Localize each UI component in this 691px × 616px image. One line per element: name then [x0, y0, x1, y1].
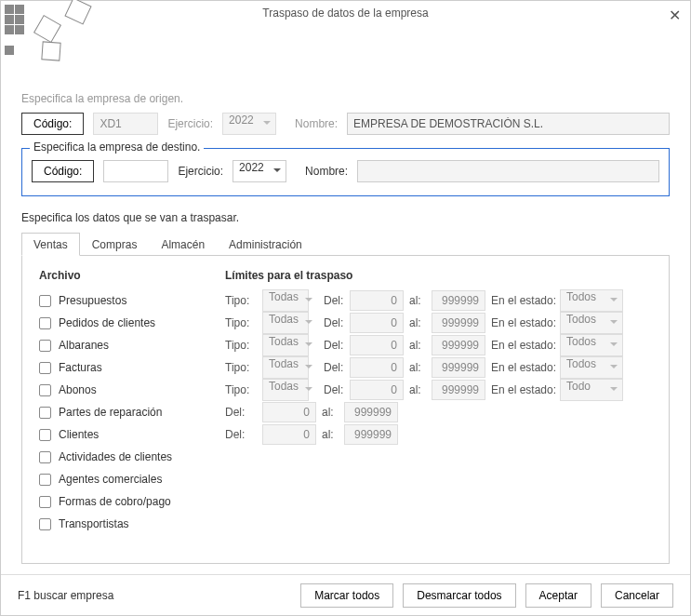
al-label: al:: [404, 316, 432, 329]
chevron-down-icon: [263, 121, 271, 125]
origin-code-input: [93, 113, 158, 135]
al-input: [432, 380, 485, 400]
close-icon[interactable]: ✕: [669, 7, 681, 24]
window-title: Traspaso de datos de la empresa: [1, 7, 690, 20]
chevron-down-icon: [305, 342, 312, 346]
del-input: [350, 380, 404, 400]
del-input: [262, 402, 316, 422]
file-row: AbonosTipo:TodasDel:al:En el estado:Todo: [39, 379, 652, 401]
del-label: Del:: [318, 339, 350, 352]
checkbox[interactable]: [39, 362, 51, 374]
del-input: [350, 335, 404, 355]
estado-label: En el estado:: [485, 294, 560, 307]
del-label: Del:: [225, 428, 262, 441]
al-label: al:: [316, 428, 344, 441]
file-row: Formas de cobro/pago: [39, 490, 652, 513]
dest-ejercicio-select[interactable]: 2022: [233, 160, 286, 182]
al-input: [344, 424, 398, 445]
estado-label: En el estado:: [485, 383, 560, 396]
tipo-select[interactable]: Todas: [262, 356, 318, 379]
file-row: Agentes comerciales: [39, 468, 652, 490]
marcar-todos-button[interactable]: Marcar todos: [300, 583, 393, 608]
tipo-select[interactable]: Todas: [262, 312, 318, 334]
del-input: [350, 313, 404, 333]
limites-header: Límites para el traspaso: [225, 269, 352, 282]
dest-ejercicio-label: Ejercicio:: [178, 165, 223, 178]
al-label: al:: [404, 339, 432, 352]
checkbox[interactable]: [39, 518, 51, 530]
del-input: [262, 424, 316, 445]
al-label: al:: [404, 383, 432, 396]
tipo-label: Tipo:: [225, 294, 262, 307]
tab-ventas[interactable]: Ventas: [21, 233, 80, 256]
dest-nombre-input: [357, 160, 659, 182]
tab-administracion[interactable]: Administración: [217, 233, 314, 256]
estado-select[interactable]: Todos: [560, 334, 623, 356]
tabs-container: Ventas Compras Almacén Administración Ar…: [21, 232, 670, 564]
al-input: [432, 357, 485, 378]
file-label: Actividades de clientes: [59, 450, 172, 463]
desmarcar-todos-button[interactable]: Desmarcar todos: [403, 583, 515, 608]
dest-code-input[interactable]: [103, 160, 168, 182]
checkbox[interactable]: [39, 429, 51, 441]
file-label: Pedidos de clientes: [59, 316, 155, 329]
checkbox[interactable]: [39, 340, 51, 352]
origin-heading: Especifica la empresa de origen.: [21, 92, 670, 105]
title-bar: Traspaso de datos de la empresa ✕: [1, 1, 690, 29]
checkbox[interactable]: [39, 496, 51, 508]
tipo-select[interactable]: Todas: [262, 334, 318, 356]
file-label: Abonos: [59, 383, 97, 396]
file-label: Formas de cobro/pago: [59, 495, 171, 508]
file-row: ClientesDel:al:: [39, 423, 652, 446]
al-input: [432, 335, 485, 355]
chevron-down-icon: [305, 320, 312, 324]
destination-section: Especifica la empresa de destino. Código…: [21, 148, 670, 196]
estado-select[interactable]: Todos: [560, 312, 623, 334]
del-input: [350, 357, 404, 378]
estado-label: En el estado:: [485, 316, 560, 329]
del-label: Del:: [318, 316, 350, 329]
dest-code-button[interactable]: Código:: [32, 160, 94, 182]
checkbox[interactable]: [39, 407, 51, 419]
tabs: Ventas Compras Almacén Administración: [21, 232, 670, 256]
checkbox[interactable]: [39, 317, 51, 329]
dest-nombre-label: Nombre:: [305, 165, 348, 178]
checkbox[interactable]: [39, 474, 51, 486]
aceptar-button[interactable]: Aceptar: [525, 583, 591, 608]
al-input: [432, 290, 485, 311]
origin-nombre-input: [347, 113, 670, 135]
tipo-select[interactable]: Todas: [262, 289, 318, 312]
tipo-select[interactable]: Todas: [262, 379, 318, 401]
file-row: Partes de reparaciónDel:al:: [39, 401, 652, 423]
chevron-down-icon: [305, 387, 312, 391]
file-label: Facturas: [59, 361, 102, 374]
tab-compras[interactable]: Compras: [80, 233, 150, 256]
tipo-label: Tipo:: [225, 383, 262, 396]
origin-nombre-label: Nombre:: [295, 117, 338, 130]
estado-select[interactable]: Todos: [560, 356, 623, 379]
chevron-down-icon: [273, 168, 281, 172]
origin-ejercicio-select: 2022: [222, 113, 276, 135]
cancelar-button[interactable]: Cancelar: [601, 583, 673, 608]
al-label: al:: [404, 361, 432, 374]
chevron-down-icon: [610, 365, 618, 368]
data-heading: Especifica los datos que se van a traspa…: [21, 211, 670, 224]
estado-select[interactable]: Todo: [560, 379, 623, 401]
file-label: Presupuestos: [59, 294, 126, 307]
window: Traspaso de datos de la empresa ✕ Especi…: [0, 0, 691, 616]
del-input: [350, 290, 404, 311]
chevron-down-icon: [305, 365, 312, 368]
file-row: PresupuestosTipo:TodasDel:al:En el estad…: [39, 289, 652, 312]
origin-code-button[interactable]: Código:: [21, 113, 84, 135]
checkbox[interactable]: [39, 451, 51, 463]
del-label: Del:: [318, 383, 350, 396]
tipo-label: Tipo:: [225, 316, 262, 329]
destination-legend: Especifica la empresa de destino.: [30, 141, 204, 154]
chevron-down-icon: [610, 298, 618, 301]
file-row: FacturasTipo:TodasDel:al:En el estado:To…: [39, 356, 652, 379]
file-label: Partes de reparación: [59, 406, 162, 419]
tab-almacen[interactable]: Almacén: [149, 233, 217, 256]
checkbox[interactable]: [39, 295, 51, 307]
checkbox[interactable]: [39, 384, 51, 396]
estado-select[interactable]: Todos: [560, 289, 623, 312]
